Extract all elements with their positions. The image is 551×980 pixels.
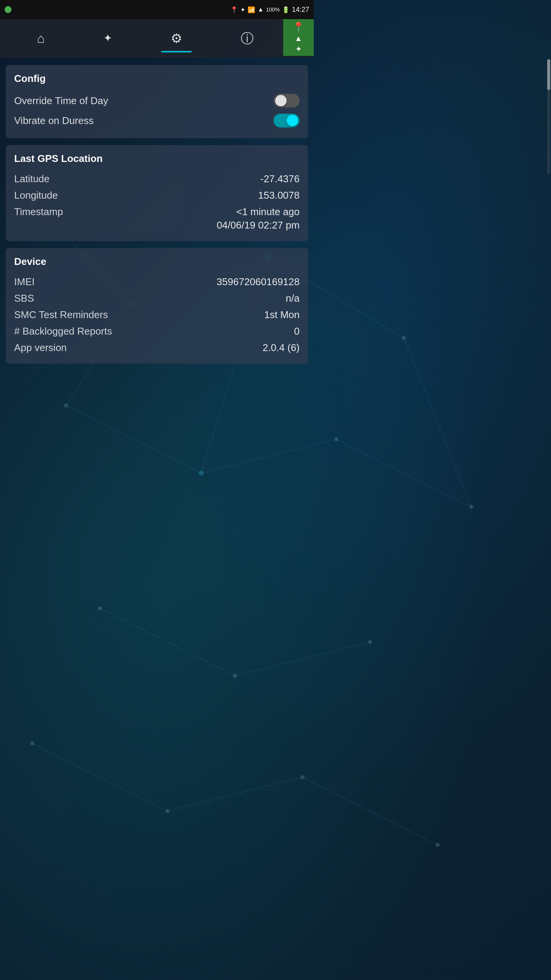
status-icons: 📍 ✦ 📶 ▲ 100% 🔋 14:27: [230, 6, 309, 14]
override-time-label: Override Time of Day: [14, 95, 108, 107]
battery-percent: 100%: [266, 7, 280, 13]
vibrate-duress-row: Vibrate on Duress: [14, 111, 300, 131]
bluetooth-icon: ✦: [240, 6, 245, 13]
svg-line-4: [201, 439, 314, 473]
override-time-toggle[interactable]: [274, 94, 300, 108]
override-time-thumb: [275, 95, 287, 106]
status-bar: 📍 ✦ 📶 ▲ 100% 🔋 14:27: [0, 0, 314, 19]
longitude-value: 153.0078: [258, 189, 300, 201]
override-time-row: Override Time of Day: [14, 91, 300, 111]
overlay-signal-icon: ▲: [295, 34, 302, 42]
nav-item-settings[interactable]: ⚙: [163, 28, 190, 49]
status-time: 14:27: [292, 6, 309, 14]
device-card: Device IMEI 359672060169128 SBS n/a SMC …: [6, 248, 308, 364]
overlay-location-icon: 📍: [293, 22, 304, 31]
vibrate-duress-thumb: [287, 115, 298, 126]
svg-line-3: [66, 405, 201, 473]
smc-reminders-label: SMC Test Reminders: [14, 309, 108, 321]
config-card: Config Override Time of Day Vibrate on D…: [6, 65, 308, 138]
svg-point-18: [64, 403, 68, 408]
active-indicator: [5, 6, 11, 13]
overlay-panel[interactable]: 📍 ▲ ✦: [283, 19, 314, 56]
latitude-row: Latitude -27.4376: [14, 171, 300, 187]
smc-reminders-row: SMC Test Reminders 1st Mon: [14, 307, 300, 323]
vibrate-duress-label: Vibrate on Duress: [14, 115, 94, 127]
backlogged-reports-label: # Backlogged Reports: [14, 325, 112, 337]
config-title: Config: [14, 73, 300, 85]
timestamp-label: Timestamp: [14, 206, 63, 218]
sbs-row: SBS n/a: [14, 290, 300, 307]
imei-row: IMEI 359672060169128: [14, 274, 300, 290]
imei-value: 359672060169128: [217, 276, 300, 288]
signal-icon: ▲: [258, 6, 264, 13]
timestamp-values: <1 minute ago 04/06/19 02:27 pm: [217, 206, 300, 231]
longitude-label: Longitude: [14, 189, 58, 201]
main-content: Config Override Time of Day Vibrate on D…: [0, 57, 314, 371]
device-title: Device: [14, 256, 300, 268]
latitude-label: Latitude: [14, 173, 50, 185]
smc-reminders-value: 1st Mon: [264, 309, 300, 321]
nav-item-home[interactable]: ⌂: [29, 28, 53, 49]
vibrate-duress-toggle[interactable]: [274, 114, 300, 127]
timestamp-row: Timestamp <1 minute ago 04/06/19 02:27 p…: [14, 204, 300, 234]
app-version-label: App version: [14, 342, 67, 354]
wifi-icon: 📶: [248, 6, 255, 13]
sbs-value: n/a: [286, 292, 300, 304]
app-version-row: App version 2.0.4 (6): [14, 340, 300, 356]
sbs-label: SBS: [14, 292, 34, 304]
gps-title: Last GPS Location: [14, 153, 300, 165]
timestamp-absolute: 04/06/19 02:27 pm: [217, 219, 300, 231]
latitude-value: -27.4376: [260, 173, 300, 185]
home-icon: ⌂: [37, 32, 45, 45]
navigation-bar: ⌂ ✦ ⚙ ⓘ: [0, 19, 314, 57]
imei-label: IMEI: [14, 276, 34, 288]
nav-item-info[interactable]: ⓘ: [233, 28, 261, 49]
location-icon: 📍: [230, 6, 238, 13]
app-version-value: 2.0.4 (6): [262, 342, 300, 354]
info-icon: ⓘ: [241, 32, 254, 45]
backlogged-reports-value: 0: [294, 325, 300, 337]
backlogged-reports-row: # Backlogged Reports 0: [14, 323, 300, 340]
settings-icon: ⚙: [171, 32, 182, 45]
battery-icon: 🔋: [282, 6, 290, 13]
gps-location-card: Last GPS Location Latitude -27.4376 Long…: [6, 145, 308, 241]
overlay-bluetooth-icon: ✦: [295, 45, 302, 53]
bluetooth-nav-icon: ✦: [103, 33, 112, 44]
timestamp-relative: <1 minute ago: [236, 206, 300, 217]
svg-point-30: [199, 470, 204, 476]
longitude-row: Longitude 153.0078: [14, 187, 300, 204]
nav-item-bluetooth[interactable]: ✦: [96, 29, 120, 47]
